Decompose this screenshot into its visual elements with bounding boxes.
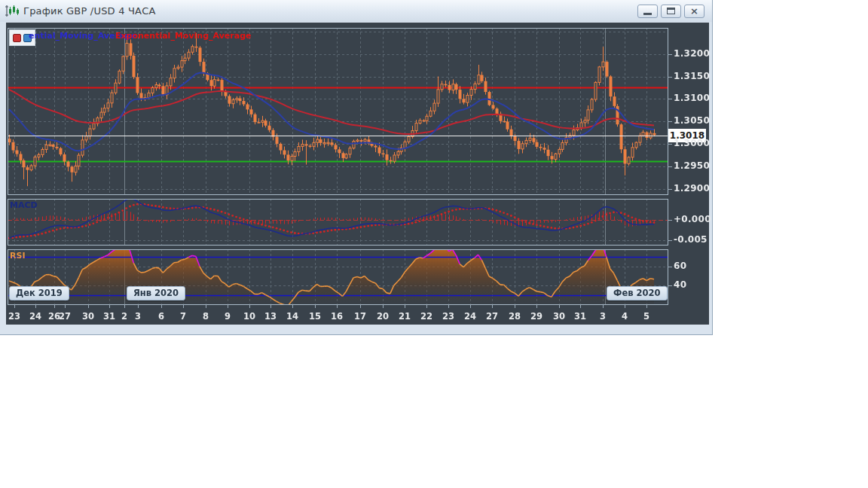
close-button[interactable]: × <box>684 5 704 18</box>
window-titlebar[interactable]: График GBP /USD 4 ЧАСА × <box>0 0 712 22</box>
window-title: График GBP /USD 4 ЧАСА <box>23 5 156 17</box>
month-label-chip: Дек 2019 <box>9 286 69 300</box>
current-price-tag: 1.3018 <box>668 129 706 142</box>
close-icon: × <box>690 6 698 16</box>
month-label-chip: Янв 2020 <box>127 286 185 300</box>
chart-client-area: ential_Moving_Average Exponential_Moving… <box>6 23 709 325</box>
chart-canvas[interactable] <box>6 23 709 325</box>
indicator-toggle-blue-button[interactable] <box>23 34 32 42</box>
chart-app-icon <box>5 5 20 18</box>
minimize-icon <box>643 13 652 15</box>
minimize-button[interactable] <box>637 5 658 18</box>
indicator-buttons-chip <box>9 29 35 46</box>
month-label-chip: Фев 2020 <box>607 286 668 300</box>
maximize-icon <box>667 8 675 14</box>
indicator-toggle-red-button[interactable] <box>13 34 21 42</box>
maximize-button[interactable] <box>661 5 681 18</box>
chart-window: График GBP /USD 4 ЧАСА × ential_Moving_A… <box>0 0 713 335</box>
